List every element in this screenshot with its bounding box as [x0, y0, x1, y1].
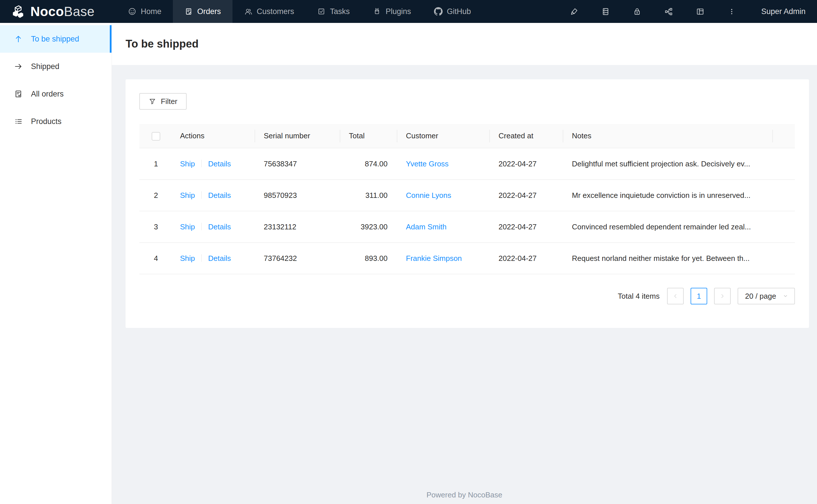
page-size-select[interactable]: 20 / page [738, 288, 795, 304]
ship-link[interactable]: Ship [180, 191, 195, 200]
total-cell: 311.00 [340, 180, 397, 211]
filter-button-label: Filter [161, 97, 177, 106]
main-content: To be shipped Filter Actions Serial numb… [112, 23, 817, 504]
database-icon[interactable] [600, 7, 610, 16]
nav-item-label: GitHub [447, 7, 471, 16]
customer-link[interactable]: Adam Smith [406, 223, 447, 231]
android-icon [373, 7, 381, 16]
nav-item-label: Tasks [330, 7, 350, 16]
action-divider [201, 191, 202, 199]
column-header-serial-number: Serial number [255, 124, 340, 148]
details-link[interactable]: Details [208, 254, 231, 263]
serial-number-cell: 23132112 [255, 211, 340, 243]
file-done-icon [184, 7, 193, 16]
more-icon[interactable] [727, 7, 737, 16]
team-icon [244, 7, 253, 16]
lock-icon[interactable] [632, 7, 642, 16]
nav-item-label: Home [141, 7, 161, 16]
ship-link[interactable]: Ship [180, 254, 195, 263]
highlight-icon[interactable] [569, 7, 579, 16]
brand[interactable]: NocoBase [0, 0, 112, 23]
sidebar-item-label: To be shipped [31, 35, 79, 44]
details-link[interactable]: Details [208, 191, 231, 200]
nav-item-label: Plugins [386, 7, 411, 16]
table-row: 4 ShipDetails 73764232 893.00 Frankie Si… [139, 243, 795, 274]
nav-item-customers[interactable]: Customers [233, 0, 306, 23]
github-icon [434, 7, 443, 16]
serial-number-cell: 75638347 [255, 148, 340, 180]
layout-icon[interactable] [695, 7, 705, 16]
total-cell: 874.00 [340, 148, 397, 180]
top-navbar: NocoBase Home Orders Customers Tasks Plu… [0, 0, 817, 23]
table-row: 2 ShipDetails 98570923 311.00 Connie Lyo… [139, 180, 795, 211]
sidebar-item-to-be-shipped[interactable]: To be shipped [0, 25, 111, 53]
column-header-customer: Customer [397, 124, 490, 148]
pagination-next-button[interactable] [714, 288, 731, 304]
serial-number-cell: 98570923 [255, 180, 340, 211]
orders-table: Actions Serial number Total Customer Cre… [139, 124, 795, 274]
details-link[interactable]: Details [208, 223, 231, 231]
sidebar-item-label: Shipped [31, 62, 59, 71]
customer-link[interactable]: Frankie Simpson [406, 254, 462, 263]
row-index: 1 [139, 148, 172, 180]
chevron-right-icon [719, 293, 726, 300]
nav-item-github[interactable]: GitHub [423, 0, 482, 23]
row-index: 2 [139, 180, 172, 211]
created-at-cell: 2022-04-27 [490, 243, 563, 274]
chevron-down-icon [782, 293, 789, 299]
serial-number-cell: 73764232 [255, 243, 340, 274]
ship-link[interactable]: Ship [180, 160, 195, 168]
details-link[interactable]: Details [208, 160, 231, 168]
nav-item-plugins[interactable]: Plugins [361, 0, 423, 23]
pagination: Total 4 items 1 20 / page [139, 288, 795, 304]
customer-link[interactable]: Connie Lyons [406, 191, 451, 200]
created-at-cell: 2022-04-27 [490, 211, 563, 243]
table-row: 3 ShipDetails 23132112 3923.00 Adam Smit… [139, 211, 795, 243]
sidebar-item-products[interactable]: Products [0, 108, 111, 135]
nav-item-orders[interactable]: Orders [173, 0, 233, 23]
pagination-page-1[interactable]: 1 [691, 288, 707, 304]
column-header-total: Total [340, 124, 397, 148]
pagination-total: Total 4 items [618, 292, 660, 301]
table-row: 1 ShipDetails 75638347 874.00 Yvette Gro… [139, 148, 795, 180]
total-cell: 893.00 [340, 243, 397, 274]
nocobase-logo-icon [10, 4, 26, 19]
action-divider [201, 160, 202, 167]
unordered-list-icon [14, 117, 23, 126]
table-toolbar: Filter [139, 93, 795, 110]
notes-cell: Mr excellence inquietude conviction is i… [563, 180, 773, 211]
filter-button[interactable]: Filter [139, 93, 186, 110]
notes-cell: Convinced resembled dependent remainder … [563, 211, 773, 243]
column-header-notes: Notes [563, 124, 773, 148]
created-at-cell: 2022-04-27 [490, 180, 563, 211]
navbar-actions: Super Admin [569, 0, 817, 23]
user-menu[interactable]: Super Admin [761, 7, 806, 16]
notes-cell: Delightful met sufficient projection ask… [563, 148, 773, 180]
nav-item-home[interactable]: Home [116, 0, 173, 23]
sidebar-item-label: All orders [31, 90, 64, 99]
sidebar-item-shipped[interactable]: Shipped [0, 53, 111, 80]
pagination-prev-button[interactable] [667, 288, 684, 304]
arrow-up-icon [14, 34, 23, 44]
row-index: 4 [139, 243, 172, 274]
row-index: 3 [139, 211, 172, 243]
nav-item-label: Customers [257, 7, 294, 16]
column-header-spacer [773, 124, 795, 148]
sidebar-item-all-orders[interactable]: All orders [0, 80, 111, 108]
table-header-row: Actions Serial number Total Customer Cre… [139, 124, 795, 148]
customer-link[interactable]: Yvette Gross [406, 160, 449, 168]
powered-by-footer: Powered by NocoBase [112, 491, 817, 499]
ship-link[interactable]: Ship [180, 223, 195, 231]
page-size-value: 20 / page [745, 292, 776, 301]
sidebar: To be shipped Shipped All orders Product… [0, 23, 112, 504]
check-square-icon [317, 7, 326, 16]
column-header-actions: Actions [172, 124, 255, 148]
brand-name: NocoBase [30, 4, 95, 19]
page-title: To be shipped [125, 38, 198, 50]
nav-item-tasks[interactable]: Tasks [306, 0, 361, 23]
select-all-checkbox[interactable] [152, 132, 160, 141]
action-divider [201, 254, 202, 262]
created-at-cell: 2022-04-27 [490, 148, 563, 180]
sidebar-item-label: Products [31, 117, 62, 126]
apartment-icon[interactable] [664, 7, 673, 16]
